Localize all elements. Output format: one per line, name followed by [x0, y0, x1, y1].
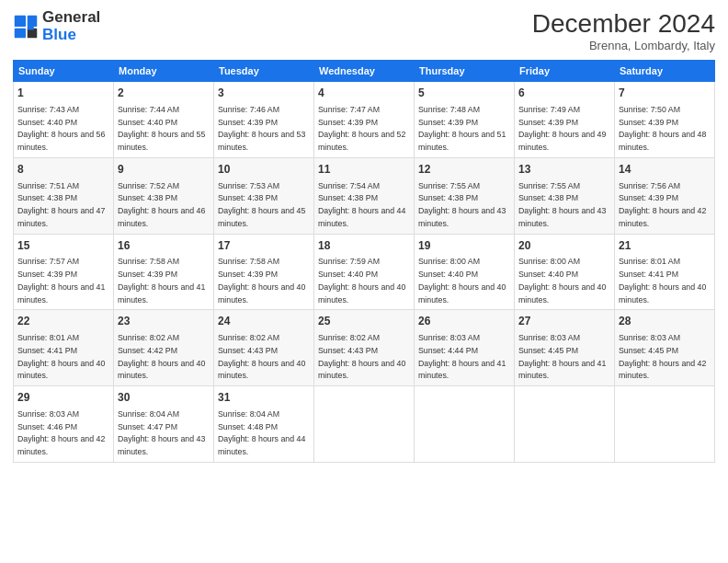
calendar-day-cell: 1 Sunrise: 7:43 AMSunset: 4:40 PMDayligh…	[14, 82, 114, 158]
svg-rect-2	[15, 28, 26, 38]
day-number: 30	[118, 390, 210, 406]
day-number: 7	[619, 86, 711, 101]
calendar-day-cell: 30 Sunrise: 8:04 AMSunset: 4:47 PMDaylig…	[114, 386, 214, 463]
day-details: Sunrise: 7:55 AMSunset: 4:38 PMDaylight:…	[518, 181, 606, 228]
day-number: 11	[318, 162, 410, 178]
calendar-week-row: 1 Sunrise: 7:43 AMSunset: 4:40 PMDayligh…	[14, 82, 715, 158]
title-block: December 2024 Brenna, Lombardy, Italy	[532, 9, 715, 52]
svg-rect-1	[15, 15, 26, 26]
calendar-day-cell	[615, 386, 715, 463]
day-details: Sunrise: 7:51 AMSunset: 4:38 PMDaylight:…	[17, 181, 105, 228]
calendar-day-cell: 9 Sunrise: 7:52 AMSunset: 4:38 PMDayligh…	[114, 157, 214, 234]
day-details: Sunrise: 8:04 AMSunset: 4:48 PMDaylight:…	[218, 409, 305, 456]
logo-icon	[13, 14, 39, 40]
calendar-day-cell: 11 Sunrise: 7:54 AMSunset: 4:38 PMDaylig…	[314, 157, 415, 234]
day-details: Sunrise: 8:03 AMSunset: 4:45 PMDaylight:…	[619, 333, 706, 380]
day-number: 2	[118, 86, 210, 101]
calendar-day-cell: 27 Sunrise: 8:03 AMSunset: 4:45 PMDaylig…	[515, 310, 615, 386]
calendar-day-cell: 26 Sunrise: 8:03 AMSunset: 4:44 PMDaylig…	[415, 310, 515, 386]
day-details: Sunrise: 8:03 AMSunset: 4:44 PMDaylight:…	[418, 333, 506, 380]
day-details: Sunrise: 7:55 AMSunset: 4:38 PMDaylight:…	[418, 181, 506, 228]
day-details: Sunrise: 7:58 AMSunset: 4:39 PMDaylight:…	[118, 257, 205, 304]
weekday-header-tuesday: Tuesday	[214, 61, 314, 82]
day-number: 14	[619, 162, 711, 178]
day-details: Sunrise: 8:00 AMSunset: 4:40 PMDaylight:…	[418, 257, 506, 304]
calendar-week-row: 15 Sunrise: 7:57 AMSunset: 4:39 PMDaylig…	[14, 234, 715, 310]
weekday-header-sunday: Sunday	[14, 61, 114, 82]
calendar-day-cell: 21 Sunrise: 8:01 AMSunset: 4:41 PMDaylig…	[615, 234, 715, 310]
calendar-day-cell: 12 Sunrise: 7:55 AMSunset: 4:38 PMDaylig…	[415, 157, 515, 234]
calendar-week-row: 8 Sunrise: 7:51 AMSunset: 4:38 PMDayligh…	[14, 157, 715, 234]
calendar-day-cell: 22 Sunrise: 8:01 AMSunset: 4:41 PMDaylig…	[14, 310, 114, 386]
calendar-day-cell: 7 Sunrise: 7:50 AMSunset: 4:39 PMDayligh…	[615, 82, 715, 158]
day-details: Sunrise: 7:58 AMSunset: 4:39 PMDaylight:…	[218, 257, 305, 304]
day-number: 16	[118, 238, 210, 254]
day-details: Sunrise: 8:03 AMSunset: 4:46 PMDaylight:…	[17, 409, 105, 456]
day-details: Sunrise: 7:43 AMSunset: 4:40 PMDaylight:…	[17, 105, 105, 152]
calendar-day-cell: 17 Sunrise: 7:58 AMSunset: 4:39 PMDaylig…	[214, 234, 314, 310]
day-number: 31	[218, 390, 310, 406]
calendar-day-cell: 23 Sunrise: 8:02 AMSunset: 4:42 PMDaylig…	[114, 310, 214, 386]
calendar-day-cell: 5 Sunrise: 7:48 AMSunset: 4:39 PMDayligh…	[415, 82, 515, 158]
day-details: Sunrise: 7:59 AMSunset: 4:40 PMDaylight:…	[318, 257, 405, 304]
day-details: Sunrise: 7:54 AMSunset: 4:38 PMDaylight:…	[318, 181, 405, 228]
month-title: December 2024	[532, 9, 715, 39]
day-details: Sunrise: 7:49 AMSunset: 4:39 PMDaylight:…	[518, 105, 606, 152]
day-number: 8	[17, 162, 109, 178]
day-details: Sunrise: 8:02 AMSunset: 4:42 PMDaylight:…	[118, 333, 205, 380]
day-details: Sunrise: 8:04 AMSunset: 4:47 PMDaylight:…	[118, 409, 205, 456]
weekday-header-row: SundayMondayTuesdayWednesdayThursdayFrid…	[14, 61, 715, 82]
day-number: 22	[17, 314, 109, 329]
day-number: 13	[518, 162, 610, 178]
calendar-week-row: 22 Sunrise: 8:01 AMSunset: 4:41 PMDaylig…	[14, 310, 715, 386]
day-details: Sunrise: 7:47 AMSunset: 4:39 PMDaylight:…	[318, 105, 405, 152]
day-details: Sunrise: 7:44 AMSunset: 4:40 PMDaylight:…	[118, 105, 205, 152]
day-details: Sunrise: 7:46 AMSunset: 4:39 PMDaylight:…	[218, 105, 305, 152]
day-number: 6	[518, 86, 610, 101]
logo: General Blue	[13, 9, 100, 43]
calendar-day-cell	[415, 386, 515, 463]
day-number: 27	[518, 314, 610, 329]
logo-text-blue: Blue	[42, 27, 100, 44]
day-number: 24	[218, 314, 310, 329]
calendar-table: SundayMondayTuesdayWednesdayThursdayFrid…	[13, 60, 715, 463]
logo-text-general: General	[42, 9, 100, 27]
day-details: Sunrise: 7:57 AMSunset: 4:39 PMDaylight:…	[17, 257, 105, 304]
page-header: General Blue December 2024 Brenna, Lomba…	[13, 9, 715, 52]
calendar-day-cell: 6 Sunrise: 7:49 AMSunset: 4:39 PMDayligh…	[515, 82, 615, 158]
day-number: 21	[619, 238, 711, 254]
day-number: 19	[418, 238, 510, 254]
day-number: 9	[118, 162, 210, 178]
day-number: 26	[418, 314, 510, 329]
day-number: 28	[619, 314, 711, 329]
weekday-header-thursday: Thursday	[415, 61, 515, 82]
calendar-day-cell: 10 Sunrise: 7:53 AMSunset: 4:38 PMDaylig…	[214, 157, 314, 234]
weekday-header-saturday: Saturday	[615, 61, 715, 82]
weekday-header-monday: Monday	[114, 61, 214, 82]
calendar-day-cell: 19 Sunrise: 8:00 AMSunset: 4:40 PMDaylig…	[415, 234, 515, 310]
day-number: 20	[518, 238, 610, 254]
calendar-day-cell: 3 Sunrise: 7:46 AMSunset: 4:39 PMDayligh…	[214, 82, 314, 158]
day-number: 17	[218, 238, 310, 254]
day-number: 23	[118, 314, 210, 329]
day-details: Sunrise: 8:01 AMSunset: 4:41 PMDaylight:…	[17, 333, 105, 380]
day-number: 1	[17, 86, 109, 101]
weekday-header-friday: Friday	[515, 61, 615, 82]
day-details: Sunrise: 7:50 AMSunset: 4:39 PMDaylight:…	[619, 105, 706, 152]
day-number: 5	[418, 86, 510, 101]
day-details: Sunrise: 8:02 AMSunset: 4:43 PMDaylight:…	[218, 333, 305, 380]
calendar-day-cell: 25 Sunrise: 8:02 AMSunset: 4:43 PMDaylig…	[314, 310, 415, 386]
day-details: Sunrise: 7:52 AMSunset: 4:38 PMDaylight:…	[118, 181, 205, 228]
calendar-day-cell: 29 Sunrise: 8:03 AMSunset: 4:46 PMDaylig…	[14, 386, 114, 463]
day-details: Sunrise: 7:53 AMSunset: 4:38 PMDaylight:…	[218, 181, 305, 228]
day-number: 29	[17, 390, 109, 406]
day-details: Sunrise: 7:56 AMSunset: 4:39 PMDaylight:…	[619, 181, 706, 228]
day-number: 18	[318, 238, 410, 254]
location: Brenna, Lombardy, Italy	[532, 39, 715, 52]
calendar-day-cell	[515, 386, 615, 463]
day-details: Sunrise: 8:00 AMSunset: 4:40 PMDaylight:…	[518, 257, 606, 304]
calendar-day-cell: 15 Sunrise: 7:57 AMSunset: 4:39 PMDaylig…	[14, 234, 114, 310]
day-details: Sunrise: 8:01 AMSunset: 4:41 PMDaylight:…	[619, 257, 706, 304]
day-number: 15	[17, 238, 109, 254]
calendar-day-cell: 4 Sunrise: 7:47 AMSunset: 4:39 PMDayligh…	[314, 82, 415, 158]
